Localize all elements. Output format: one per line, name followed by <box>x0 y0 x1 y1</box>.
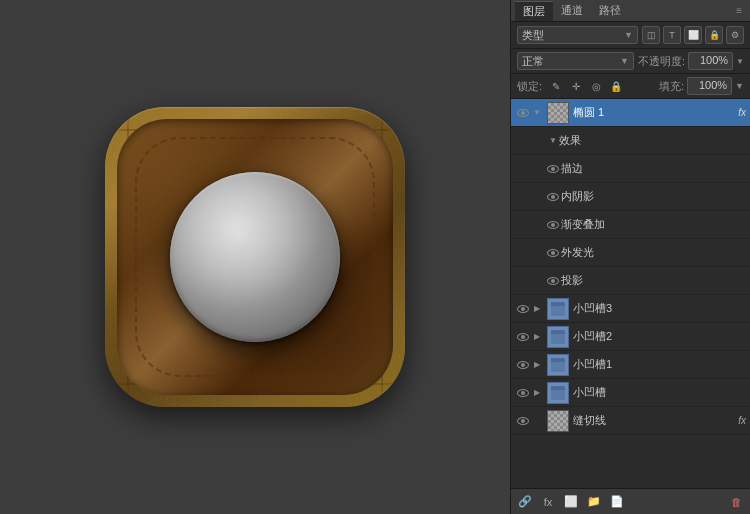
layer-item-ellipse-1[interactable]: ▼ 椭圆 1 fx <box>511 99 750 127</box>
tab-paths[interactable]: 路径 <box>591 1 629 21</box>
tab-channels[interactable]: 通道 <box>553 1 591 21</box>
fx-badge-ellipse-1: fx <box>738 107 746 118</box>
search-type-label: 类型 <box>522 28 544 43</box>
visibility-toggle-effects[interactable] <box>531 133 547 149</box>
lock-icons: ✎ ✛ ◎ 🔒 <box>548 78 624 94</box>
visibility-toggle-gradient[interactable] <box>545 217 561 233</box>
filter-icon-image[interactable]: ◫ <box>642 26 660 44</box>
expand-icon-stitch[interactable] <box>531 415 543 427</box>
visibility-toggle-stroke[interactable] <box>545 161 561 177</box>
eye-icon-inner-shadow <box>547 193 559 201</box>
create-layer-button[interactable]: 📄 <box>607 492 627 512</box>
filter-icon-shape[interactable]: ⬜ <box>684 26 702 44</box>
visibility-toggle-outer-glow[interactable] <box>545 245 561 261</box>
filter-icon-lock[interactable]: 🔒 <box>705 26 723 44</box>
layer-name-gradient-overlay: 渐变叠加 <box>561 217 746 232</box>
expand-icon-sg2[interactable]: ▶ <box>531 331 543 343</box>
eye-icon-sg2 <box>517 333 529 341</box>
layer-name-sg2: 小凹槽2 <box>573 329 746 344</box>
layer-name-sg3: 小凹槽3 <box>573 301 746 316</box>
eye-icon-stroke <box>547 165 559 173</box>
layer-thumb-stitch <box>547 410 569 432</box>
filter-icon-more[interactable]: ⚙ <box>726 26 744 44</box>
layer-item-outer-glow[interactable]: 外发光 <box>511 239 750 267</box>
panel-bottom-toolbar: 🔗 fx ⬜ 📁 📄 🗑 <box>511 488 750 514</box>
layer-name-stroke: 描边 <box>561 161 746 176</box>
search-bar: 类型 ▼ ◫ T ⬜ 🔒 ⚙ <box>511 22 750 49</box>
visibility-toggle-sg[interactable] <box>515 385 531 401</box>
fill-label: 填充: <box>659 79 684 94</box>
visibility-toggle-sg1[interactable] <box>515 357 531 373</box>
delete-layer-button[interactable]: 🗑 <box>726 492 746 512</box>
blend-mode-row: 正常 ▼ 不透明度: 100% ▼ <box>511 49 750 74</box>
eye-icon-stitch <box>517 417 529 425</box>
opacity-value[interactable]: 100% <box>688 52 733 70</box>
lock-pixels-icon[interactable]: ✎ <box>548 78 564 94</box>
lock-all-icon[interactable]: 🔒 <box>608 78 624 94</box>
eye-icon <box>517 109 529 117</box>
layer-item-effects[interactable]: ▼ 效果 <box>511 127 750 155</box>
link-layers-button[interactable]: 🔗 <box>515 492 535 512</box>
eye-icon-gradient <box>547 221 559 229</box>
blend-mode-select[interactable]: 正常 ▼ <box>517 52 634 70</box>
lock-artboard-icon[interactable]: ◎ <box>588 78 604 94</box>
eye-icon-sg3 <box>517 305 529 313</box>
layer-item-gradient-overlay[interactable]: 渐变叠加 <box>511 211 750 239</box>
visibility-toggle-inner-shadow[interactable] <box>545 189 561 205</box>
layer-item-stitch-line[interactable]: 缝切线 fx <box>511 407 750 435</box>
knob-circle <box>170 172 340 342</box>
panel-menu-icon[interactable]: ≡ <box>732 5 746 16</box>
layer-item-stroke[interactable]: 描边 <box>511 155 750 183</box>
layer-thumb-ellipse-1 <box>547 102 569 124</box>
visibility-toggle-sg3[interactable] <box>515 301 531 317</box>
fx-badge-stitch: fx <box>738 415 746 426</box>
layer-thumb-sg2 <box>547 326 569 348</box>
fill-value[interactable]: 100% <box>687 77 732 95</box>
layer-name-effects: 效果 <box>559 133 746 148</box>
lock-label: 锁定: <box>517 79 542 94</box>
lock-position-icon[interactable]: ✛ <box>568 78 584 94</box>
panel-tabs: 图层 通道 路径 ≡ <box>511 0 750 22</box>
opacity-arrow: ▼ <box>736 57 744 66</box>
layer-name-sg1: 小凹槽1 <box>573 357 746 372</box>
layers-panel: 图层 通道 路径 ≡ 类型 ▼ ◫ T ⬜ 🔒 ⚙ 正常 ▼ 不透明度: 100… <box>510 0 750 514</box>
fill-arrow: ▼ <box>735 81 744 91</box>
eye-icon-outer-glow <box>547 249 559 257</box>
visibility-toggle-sg2[interactable] <box>515 329 531 345</box>
search-type-selector[interactable]: 类型 ▼ <box>517 26 638 44</box>
layer-item-drop-shadow[interactable]: 投影 <box>511 267 750 295</box>
layer-thumb-sg1 <box>547 354 569 376</box>
filter-icon-text[interactable]: T <box>663 26 681 44</box>
layer-item-small-groove-1[interactable]: ▶ 小凹槽1 <box>511 351 750 379</box>
layer-item-inner-shadow[interactable]: 内阴影 <box>511 183 750 211</box>
expand-icon-effects[interactable]: ▼ <box>547 135 559 147</box>
visibility-toggle-stitch[interactable] <box>515 413 531 429</box>
expand-icon-sg3[interactable]: ▶ <box>531 303 543 315</box>
add-mask-button[interactable]: ⬜ <box>561 492 581 512</box>
app-icon <box>105 107 405 407</box>
layer-item-small-groove-3[interactable]: ▶ 小凹槽3 <box>511 295 750 323</box>
layer-name-sg: 小凹槽 <box>573 385 746 400</box>
search-filter-icons: ◫ T ⬜ 🔒 ⚙ <box>642 26 744 44</box>
layer-item-small-groove-2[interactable]: ▶ 小凹槽2 <box>511 323 750 351</box>
expand-icon-sg[interactable]: ▶ <box>531 387 543 399</box>
opacity-control: 不透明度: 100% ▼ <box>638 52 744 70</box>
eye-icon-sg1 <box>517 361 529 369</box>
expand-icon-sg1[interactable]: ▶ <box>531 359 543 371</box>
tab-layers[interactable]: 图层 <box>515 1 553 21</box>
icon-background <box>105 107 405 407</box>
layer-thumb-sg <box>547 382 569 404</box>
layers-list: ▼ 椭圆 1 fx ▼ 效果 描边 内阴影 <box>511 99 750 488</box>
visibility-toggle-ellipse-1[interactable] <box>515 105 531 121</box>
layer-name-inner-shadow: 内阴影 <box>561 189 746 204</box>
create-group-button[interactable]: 📁 <box>584 492 604 512</box>
opacity-label: 不透明度: <box>638 54 685 69</box>
layer-thumb-sg3 <box>547 298 569 320</box>
eye-icon-drop-shadow <box>547 277 559 285</box>
add-style-button[interactable]: fx <box>538 492 558 512</box>
expand-icon-ellipse-1[interactable]: ▼ <box>531 107 543 119</box>
blend-mode-label: 正常 <box>522 54 544 69</box>
layer-item-small-groove[interactable]: ▶ 小凹槽 <box>511 379 750 407</box>
visibility-toggle-drop-shadow[interactable] <box>545 273 561 289</box>
layer-name-stitch: 缝切线 <box>573 413 734 428</box>
